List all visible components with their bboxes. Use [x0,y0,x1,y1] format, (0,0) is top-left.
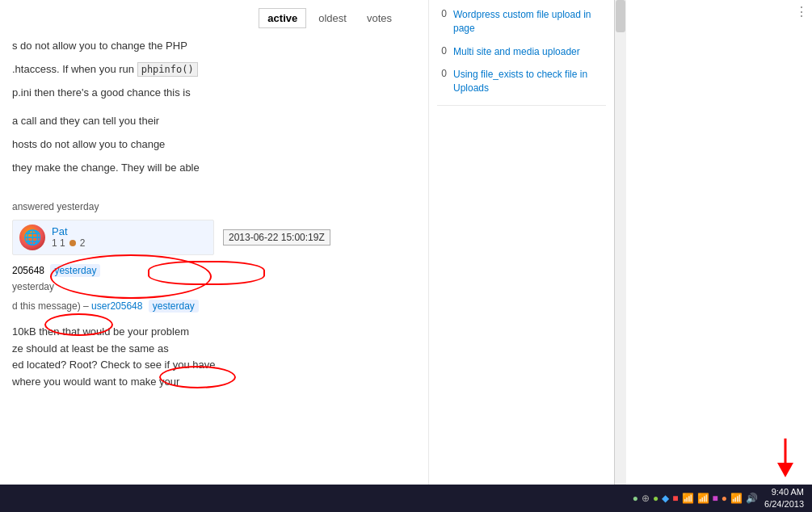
more-text2: ze should at least be the same as [12,341,416,358]
user-info: Pat 1 1 2 [52,225,85,249]
content-text3: p.ini then there's a good chance this is [12,86,191,99]
answered-line: answered yesterday [12,201,416,212]
comment1-prefix: 205648 [12,265,44,276]
badge-count: 2 [80,237,86,249]
tray-icon-2: ⊕ [642,493,650,504]
tray-icon-1: ● [633,493,638,504]
tray-icon-8: ■ [713,493,718,504]
tray-icon-6: 📶 [682,493,694,504]
tray-icon-9: ● [722,493,727,504]
system-tray: ● ⊕ ● ◆ ■ 📶 📶 ■ ● 📶 🔊 [633,493,758,504]
code-phpinfo: phpinfo() [137,62,198,77]
related-item-2: 0 Multi site and media uploader [437,45,606,59]
left-panel: active oldest votes s do not allow you t… [0,0,428,485]
content-text2: .htaccess. If when you run [12,63,134,75]
more-text3: ed located? Root? Check to see if you ha… [12,357,416,374]
content-text6: they make the change. They will be able [12,162,200,174]
tray-icon-4: ◆ [662,493,669,504]
user-card: 🌐 Pat 1 1 2 [12,220,214,255]
comment2-text: yesterday [12,281,54,292]
user-rep: 1 1 2 [52,237,85,249]
scrollbar-thumb[interactable] [616,0,625,32]
comment1-yesterday-link[interactable]: yesterday [50,264,100,277]
related-section: 0 Wordpress custom file upload in page 0… [437,8,606,106]
content-text1: s do not allow you to change the PHP [12,40,187,52]
comment-section-3: d this message) – user205648 yesterday [12,300,416,312]
related-link-3[interactable]: Using file_exists to check file in Uploa… [453,68,606,95]
answer-meta: answered yesterday 🌐 Pat 1 1 2 2013-06-2… [12,201,416,255]
related-link-1[interactable]: Wordpress custom file upload in page [453,8,606,36]
vote-count-1: 0 [437,8,447,19]
avatar: 🌐 [19,225,45,250]
tab-active[interactable]: active [259,8,306,28]
comment-section-1: 205648 yesterday [12,265,416,276]
right-panel: ⋮ 0 Wordpress custom file upload in page… [428,0,614,485]
tray-icon-7: 📶 [697,493,709,504]
bronze-badge-icon [69,240,76,246]
tray-icon-10: 📶 [730,493,743,504]
content-body: s do not allow you to change the PHP .ht… [12,38,416,177]
more-text4: where you would want to make your [12,374,416,391]
comment3-yesterday-link[interactable]: yesterday [149,300,199,313]
tray-icon-11: 🔊 [746,493,758,504]
taskbar: ● ⊕ ● ◆ ■ 📶 📶 ■ ● 📶 🔊 9:40 AM 6/24/2013 [0,485,812,512]
vote-count-3: 0 [437,68,447,79]
tab-oldest[interactable]: oldest [310,9,355,27]
comment-section-2: yesterday [12,281,416,292]
content-text4: a call and they can tell you their [12,115,159,127]
rep-score: 1 1 [52,237,65,249]
user-name-link[interactable]: Pat [52,225,85,237]
more-content: 10kB then that would be your problem ze … [12,324,416,391]
tabs-row: active oldest votes [12,8,416,28]
related-item-1: 0 Wordpress custom file upload in page [437,8,606,36]
content-text5: hosts do not allow you to change [12,138,165,150]
tab-votes[interactable]: votes [359,9,400,27]
timestamp-box: 2013-06-22 15:00:19Z [223,229,330,246]
more-text1: 10kB then that would be your problem [12,324,416,341]
tray-icon-3: ● [653,493,658,504]
date-text: 6/24/2013 [764,498,804,510]
time-display: 9:40 AM 6/24/2013 [764,486,804,511]
divider [437,105,606,106]
comment3-user-link[interactable]: user205648 [91,300,142,312]
comment3-prefix: d this message) – [12,300,89,312]
related-link-2[interactable]: Multi site and media uploader [453,45,580,59]
ellipsis-menu[interactable]: ⋮ [795,4,808,19]
related-item-3: 0 Using file_exists to check file in Upl… [437,68,606,95]
time-text: 9:40 AM [764,486,804,498]
scrollbar[interactable] [614,0,626,485]
vote-count-2: 0 [437,45,447,57]
tray-icon-5: ■ [672,493,678,504]
